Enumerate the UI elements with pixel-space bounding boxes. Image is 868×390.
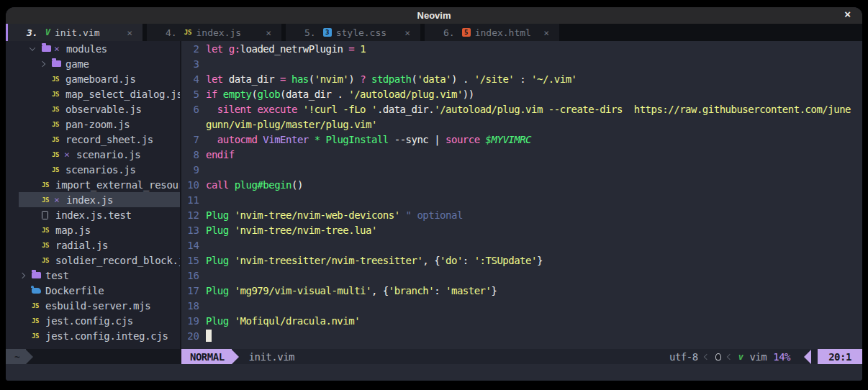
tree-item-label: import_external_resour (55, 179, 180, 191)
tree-item-jest.config.cjs[interactable]: JSjest.config.cjs (6, 313, 180, 328)
line-number: 4 (181, 73, 206, 85)
vim-icon: V (45, 27, 50, 37)
line-number: 10 (181, 179, 206, 191)
line-number: 11 (181, 194, 206, 206)
js-icon-slot: JS (32, 317, 44, 325)
tab-number: 4. (166, 27, 177, 38)
css-icon: 3 (323, 28, 332, 37)
js-icon-slot: JS (52, 151, 64, 158)
js-icon: JS (52, 136, 59, 143)
tab-bar: 3.Vinit.vim×4.JSindex.js×5.3style.css×6.… (6, 24, 862, 41)
code-line: gunn/vim-plug/master/plug.vim' (181, 117, 862, 132)
js-icon-slot: JS (42, 257, 54, 264)
tree-item-map_select_dialog.js[interactable]: JSmap_select_dialog.js (6, 86, 180, 101)
tree-item-index.js[interactable]: JS×index.js (19, 192, 180, 207)
folder-icon-slot (52, 60, 64, 67)
js-icon: JS (42, 257, 49, 264)
chevron-down-icon[interactable] (30, 47, 42, 51)
js-icon: JS (184, 29, 192, 36)
tab-close-button[interactable]: × (543, 27, 549, 38)
js-icon: JS (52, 151, 59, 158)
tab-close-button[interactable]: × (127, 27, 132, 38)
chevron-left-icon (726, 353, 732, 359)
code-line: 7 autocmd VimEnter * PlugInstall --sync … (181, 132, 862, 147)
tree-item-index.js.test[interactable]: index.js.test (6, 207, 180, 222)
tree-item-pan-zoom.js[interactable]: JSpan-zoom.js (6, 117, 180, 132)
code-text: let g:loaded_netrwPlugin = 1 (206, 43, 366, 55)
doc-icon-slot (42, 211, 54, 219)
chevron-right-icon[interactable] (40, 62, 52, 66)
folder-icon-slot (32, 272, 44, 278)
line-number: 6 (181, 104, 206, 115)
js-icon-slot: JS (42, 181, 54, 189)
code-text: silent execute '!curl -fLo '.data_dir.'/… (206, 104, 851, 115)
tab-label: style.css (336, 27, 386, 38)
line-number: 5 (181, 89, 206, 100)
js-icon: JS (52, 106, 59, 113)
tree-item-scenarios.js[interactable]: JSscenarios.js (6, 162, 180, 177)
window-close-button[interactable]: × (844, 8, 851, 20)
tree-item-label: test (45, 270, 69, 281)
chevron-right-icon[interactable] (20, 273, 32, 278)
tree-item-esbuild-server.mjs[interactable]: JSesbuild-server.mjs (6, 298, 180, 313)
tab-close-button[interactable]: × (404, 27, 410, 38)
code-line: 11 (181, 192, 862, 207)
line-number: 2 (181, 43, 206, 55)
tree-item-label: Dockerfile (45, 285, 104, 296)
tab-style.css[interactable]: 5.3style.css× (286, 24, 420, 41)
tree-item-soldier_record_block.j[interactable]: JSsoldier_record_block.j (6, 253, 180, 268)
tree-item-game[interactable]: game (6, 56, 180, 71)
tree-item-label: esbuild-server.mjs (45, 300, 150, 312)
line-number: 17 (181, 285, 206, 296)
tree-item-import_external_resour[interactable]: JSimport_external_resour (6, 177, 180, 192)
code-text: call plug#begin() (206, 179, 303, 191)
js-icon-slot: JS (52, 91, 64, 98)
tab-index.js[interactable]: 4.JSindex.js× (147, 24, 281, 41)
code-text: if empty(glob(data_dir . '/autoload/plug… (206, 89, 474, 100)
mode-indicator: NORMAL (181, 349, 232, 364)
tree-item-label: pan-zoom.js (65, 119, 130, 130)
powerline-arrow-icon (26, 350, 33, 364)
tree-item-scenario.js[interactable]: JS×scenario.js (6, 147, 180, 162)
editor-buffer[interactable]: 2let g:loaded_netrwPlugin = 134let data_… (181, 41, 862, 349)
tree-item-label: index.js (66, 194, 113, 206)
js-icon: JS (32, 332, 39, 340)
tree-item-radial.js[interactable]: JSradial.js (6, 237, 180, 253)
tree-statusline: ~ (6, 349, 181, 364)
tree-item-map.js[interactable]: JSmap.js (6, 222, 180, 237)
line-number: 7 (181, 134, 206, 145)
tree-item-gameboard.js[interactable]: JSgameboard.js (6, 71, 180, 86)
statusline-encoding: utf-8 (669, 351, 698, 363)
js-icon-slot: JS (32, 302, 44, 309)
document-icon (42, 211, 48, 219)
x-mark-icon: × (54, 43, 65, 54)
docker-whale-icon (32, 288, 41, 294)
tab-init.vim[interactable]: 3.Vinit.vim× (8, 24, 143, 41)
code-line: 2let g:loaded_netrwPlugin = 1 (181, 41, 862, 56)
statusline-scroll-percent: 14% (773, 351, 790, 363)
tree-item-label: observable.js (65, 104, 142, 115)
line-number: 20 (181, 330, 206, 342)
tree-item-label: soldier_record_block.j (55, 255, 180, 266)
tree-item-test[interactable]: test (6, 268, 180, 283)
js-icon-slot: JS (42, 242, 54, 249)
code-text: Plug 'nvim-tree/nvim-tree.lua' (206, 225, 377, 236)
js-icon-slot: JS (52, 136, 64, 143)
tab-close-button[interactable]: × (266, 27, 271, 38)
neovim-window: Neovim × 3.Vinit.vim×4.JSindex.js×5.3sty… (6, 7, 862, 381)
tree-item-observable.js[interactable]: JSobservable.js (6, 101, 180, 117)
command-line[interactable] (6, 364, 862, 381)
tree-item-jest.config.integ.cjs[interactable]: JSjest.config.integ.cjs (6, 328, 180, 343)
line-number: 15 (181, 255, 206, 266)
tree-item-record_sheet.js[interactable]: JSrecord_sheet.js (6, 132, 180, 147)
folder-icon (42, 45, 51, 52)
tree-item-label: map_select_dialog.js (65, 89, 180, 100)
tab-index.html[interactable]: 6.5index.html× (425, 24, 559, 41)
tree-item-label: jest.config.cjs (45, 315, 133, 327)
folder-icon (52, 60, 61, 67)
tree-item-modules[interactable]: ×modules (6, 41, 180, 56)
tree-item-Dockerfile[interactable]: Dockerfile (6, 283, 180, 298)
code-text: Plug 'mg979/vim-visual-multi', {'branch'… (206, 285, 497, 296)
linux-os-icon (715, 353, 721, 360)
powerline-arrow-icon (232, 350, 239, 364)
